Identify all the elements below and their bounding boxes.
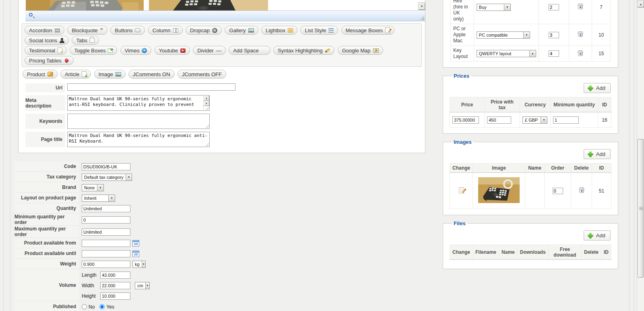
keywords-label: Keywords — [25, 114, 65, 129]
currency-select[interactable]: £ GBP▼ — [522, 116, 547, 124]
vimeo-button[interactable]: Vimeov — [120, 46, 152, 55]
column-button[interactable]: Column — [148, 26, 183, 35]
page-title-textarea[interactable]: Maltron Dual Hand UK 90-series fully erg… — [68, 132, 209, 147]
pricing-tables-button[interactable]: Pricing Tables — [25, 56, 74, 65]
lightbox-button-label: Lightbox — [266, 27, 285, 33]
images-legend: Images — [452, 139, 473, 145]
blockquote-button-label: Blockquote — [72, 27, 97, 33]
hikashop-product-edit-page: { "icons": { "editor_scroll_down": "▼", … — [0, 0, 644, 311]
weight-input[interactable] — [82, 261, 130, 268]
width-label: Width — [82, 283, 98, 288]
chevron-down-icon: ▼ — [529, 50, 536, 57]
add-file-button[interactable]: Add — [584, 230, 611, 241]
accordion-button[interactable]: Accordion — [25, 26, 64, 35]
scrollbar-thumb[interactable] — [638, 139, 644, 278]
youtube-button[interactable]: Youtube▶ — [155, 46, 190, 55]
product-button[interactable]: Product — [23, 70, 58, 79]
trash-icon[interactable] — [579, 187, 584, 193]
key-layout-select[interactable]: QWERTY layout▼ — [477, 50, 536, 57]
buttons-button[interactable]: Buttons — [110, 26, 145, 35]
keywords-wrapper — [67, 114, 210, 129]
weight-unit-select[interactable]: kg▼ — [132, 261, 146, 268]
url-input[interactable] — [67, 83, 235, 91]
dropcap-button[interactable]: DropcapA — [186, 26, 222, 35]
youtube-icon: ▶ — [180, 48, 186, 53]
tax-category-select[interactable]: Default tax category▼ — [82, 174, 132, 181]
add-space-button[interactable]: Add Space — [229, 46, 270, 55]
keywords-textarea[interactable] — [68, 114, 209, 129]
height-input[interactable] — [100, 292, 130, 300]
trash-icon[interactable] — [578, 4, 583, 9]
add-price-button[interactable]: Add — [584, 83, 611, 93]
meta-description-textarea[interactable]: Maltron Dual hand UK 90-series fully erg… — [68, 95, 209, 110]
chevron-down-icon: ▼ — [504, 4, 510, 10]
editor-resize-grip[interactable] — [419, 15, 424, 20]
price-input[interactable] — [452, 116, 479, 124]
page-scrollbar[interactable]: ▲ — [637, 0, 644, 311]
edit-pencil-icon[interactable] — [459, 187, 464, 193]
length-input[interactable] — [100, 272, 130, 279]
max-quantity-input[interactable] — [82, 228, 130, 236]
published-no-radio[interactable] — [82, 304, 87, 309]
trash-icon[interactable] — [578, 31, 583, 37]
lightbox-button[interactable]: Lightbox — [261, 26, 297, 35]
price-with-tax-input[interactable] — [487, 116, 511, 124]
chevron-down-icon: ▼ — [145, 282, 149, 289]
calendar-icon[interactable]: 23 — [132, 240, 139, 247]
table-row: £ GBP▼ 16 — [450, 112, 611, 128]
published-yes-radio[interactable] — [99, 304, 105, 309]
buy-or-hire-select[interactable]: Buy▼ — [477, 4, 511, 11]
article-button[interactable]: Article — [60, 70, 91, 79]
buttons-button-label: Buttons — [115, 27, 132, 33]
jcomments-on-button[interactable]: JComments ON — [128, 70, 174, 79]
characteristic-order-input[interactable] — [549, 32, 559, 38]
product-image-thumbnail[interactable] — [478, 177, 520, 203]
page-frame-left-outer — [3, 0, 4, 311]
message-boxes-button[interactable]: Message Boxes — [341, 26, 395, 35]
add-image-button[interactable]: Add — [584, 149, 611, 159]
image-order-input[interactable] — [553, 188, 563, 194]
characteristic-order-input[interactable] — [549, 4, 559, 10]
column-button-label: Column — [153, 27, 171, 33]
min-quantity-input[interactable] — [82, 216, 130, 224]
characteristic-order-input[interactable] — [549, 50, 559, 57]
magnifier-icon — [29, 13, 33, 17]
code-input[interactable] — [82, 163, 130, 170]
wysiwyg-editor-content[interactable]: ▼ — [25, 0, 425, 10]
editor-scroll-down-button[interactable]: ▼ — [419, 3, 425, 10]
width-input[interactable] — [100, 282, 130, 289]
available-from-input[interactable] — [82, 240, 130, 247]
downloads-header: Downloads — [517, 245, 548, 260]
layout-select[interactable]: Inherit▼ — [82, 195, 115, 202]
list-style-button[interactable]: List Style — [300, 26, 338, 35]
tabs-button[interactable]: Tabs — [72, 36, 99, 45]
editor-scrollbar[interactable]: ▼ — [418, 0, 425, 10]
google-map-button[interactable]: Google Map — [338, 46, 383, 55]
toggle-boxes-button[interactable]: Toggle Boxes — [70, 46, 117, 55]
volume-unit-select[interactable]: cm▼ — [135, 282, 150, 289]
trash-icon[interactable] — [578, 50, 583, 56]
tabs-button-label: Tabs — [76, 37, 87, 44]
syntax-highlighting-button[interactable]: Syntax Highlighting — [273, 46, 334, 55]
minimum-quantity-input[interactable] — [553, 116, 579, 124]
social-icons-button-label: Social Icons — [29, 37, 57, 44]
social-icons-button[interactable]: Social Icons — [25, 36, 69, 45]
quantity-input[interactable] — [82, 205, 130, 212]
scroll-up-button[interactable]: ▲ — [638, 1, 644, 7]
image-id: 51 — [592, 173, 611, 209]
pc-or-mac-select[interactable]: PC compatible▼ — [477, 31, 530, 39]
testimonial-button[interactable]: Testimonial — [25, 46, 67, 55]
scroll-down-icon[interactable]: ▼ — [204, 101, 209, 106]
max-quantity-row: Maximum quantity per order — [14, 226, 425, 238]
blockquote-button[interactable]: Blockquote” — [67, 26, 107, 35]
available-until-input[interactable] — [82, 250, 130, 257]
calendar-icon[interactable]: 23 — [132, 251, 139, 257]
divider-button[interactable]: Divider— — [193, 46, 225, 55]
google-map-button-label: Google Map — [342, 48, 371, 54]
gallery-button[interactable]: Gallery — [225, 26, 258, 35]
characteristics-panel: Buy or Hire (hire in UK only) Buy▼ 7 PC … — [443, 0, 618, 68]
image-button[interactable]: Image — [94, 70, 126, 79]
brand-select[interactable]: None▼ — [82, 184, 104, 191]
jcomments-off-button[interactable]: JComments OFF — [178, 70, 226, 79]
scroll-up-icon[interactable]: ▲ — [204, 95, 209, 101]
